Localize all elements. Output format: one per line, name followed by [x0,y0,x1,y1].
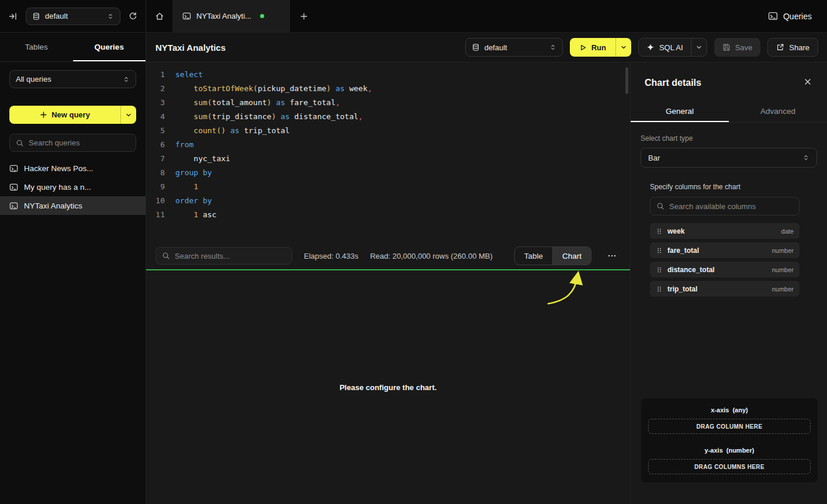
tab-advanced[interactable]: Advanced [729,100,827,122]
sidebar: Tables Queries All queries New query Hac… [0,33,146,504]
editor-line[interactable]: 5 count() as trip_total [152,124,630,138]
search-results-input[interactable] [175,252,286,260]
refresh-icon[interactable] [129,12,137,20]
save-icon [722,43,731,51]
search-results-box [155,247,292,265]
code-text: from [175,138,193,152]
editor-scrollbar[interactable] [625,67,628,94]
run-options-button[interactable] [616,38,631,57]
plus-icon [300,12,308,20]
tab-nytaxi-analytics[interactable]: NYTaxi Analyti... [173,0,290,32]
chart-column-item[interactable]: trip_totalnumber [650,281,800,297]
editor-line[interactable]: 6from [152,138,630,152]
line-number: 9 [152,180,165,194]
home-tab[interactable] [146,0,173,32]
drag-handle-icon[interactable] [656,247,663,254]
topbar-left-section: default [0,0,146,32]
new-query-button[interactable]: New query [9,106,120,124]
chevron-updown-icon [123,76,130,83]
query-list-item[interactable]: My query has a n... [0,178,146,196]
share-icon [776,43,784,51]
collapse-sidebar-icon[interactable] [8,12,18,21]
chart-type-dropdown[interactable]: Bar [641,148,817,168]
query-file-icon [182,12,191,20]
run-button[interactable]: Run [570,38,615,57]
code-text: nyc_taxi [175,152,230,166]
code-text: 1 [175,180,198,194]
sql-ai-options-button[interactable] [691,39,707,56]
table-view-button[interactable]: Table [515,247,552,265]
queries-icon [768,11,778,21]
search-columns-input[interactable] [669,202,793,211]
editor-lines: 1select2 toStartOfWeek(pickup_datetime) … [152,68,630,222]
drag-handle-icon[interactable] [656,286,663,293]
new-query-dropdown-button[interactable] [121,106,136,124]
query-file-icon [9,183,18,192]
new-query-split-button: New query [9,106,136,124]
chevron-down-icon [620,44,627,51]
code-text: toStartOfWeek(pickup_datetime) as week, [175,82,372,96]
chart-panel-body: Select chart type Bar Specify columns fo… [631,134,827,297]
more-options-button[interactable] [603,247,621,265]
editor-line[interactable]: 3 sum(total_amount) as fare_total, [152,96,630,110]
code-text: 1 asc [175,208,216,222]
chart-column-item[interactable]: weekdate [650,223,800,239]
editor-line[interactable]: 1select [152,68,630,82]
home-icon [155,12,164,21]
query-list-item[interactable]: Hacker News Pos... [0,159,146,178]
code-text: select [175,68,203,82]
drag-handle-icon[interactable] [656,266,663,273]
topbar-database-value: default [45,12,68,20]
sidebar-tab-queries[interactable]: Queries [73,33,146,61]
editor-line[interactable]: 11 1 asc [152,208,630,222]
save-button[interactable]: Save [714,38,761,57]
search-queries-input[interactable] [29,138,130,147]
queries-button[interactable]: Queries [768,11,812,21]
tab-general[interactable]: General [631,100,729,122]
editor-line[interactable]: 9 1 [152,180,630,194]
x-axis-dropzone[interactable]: DRAG COLUMN HERE [648,419,811,434]
tab-strip: NYTaxi Analyti... [146,0,318,32]
share-button[interactable]: Share [767,38,818,57]
editor-line[interactable]: 7 nyc_taxi [152,152,630,166]
sidebar-tabs: Tables Queries [0,33,146,62]
header-database-selector[interactable]: default [465,38,563,57]
chart-type-value: Bar [648,154,660,162]
editor-line[interactable]: 10order by [152,194,630,208]
close-panel-button[interactable] [804,78,812,86]
sidebar-tab-tables[interactable]: Tables [0,33,73,61]
query-filter-dropdown[interactable]: All queries [9,70,136,88]
x-axis-label: x-axis [711,406,729,413]
code-text: sum(trip_distance) as distance_total, [175,110,363,124]
query-list-item[interactable]: NYTaxi Analytics [0,196,146,215]
sidebar-content: All queries New query Hacker News Pos...… [0,62,146,215]
results-area: Please configure the chart. [146,270,630,504]
column-name: distance_total [667,266,715,274]
topbar-database-selector[interactable]: default [26,8,120,25]
editor-line[interactable]: 8group by [152,166,630,180]
chart-column-item[interactable]: distance_totalnumber [650,262,800,277]
y-axis-dropzone[interactable]: DRAG COLUMNS HERE [648,459,811,474]
column-type: number [772,286,794,293]
columns-section-label: Specify columns for the chart [650,183,800,191]
line-number: 1 [152,68,165,82]
chevron-updown-icon [107,13,114,20]
line-number: 2 [152,82,165,96]
editor-line[interactable]: 4 sum(trip_distance) as distance_total, [152,110,630,124]
chart-column-item[interactable]: fare_totalnumber [650,242,800,258]
sql-ai-button[interactable]: SQL AI [639,39,691,56]
sql-editor[interactable]: 1select2 toStartOfWeek(pickup_datetime) … [146,62,630,242]
search-icon [656,202,665,210]
save-button-label: Save [735,43,753,52]
line-number: 5 [152,124,165,138]
code-text: group by [175,166,212,180]
new-tab-button[interactable] [290,0,318,32]
drag-handle-icon[interactable] [656,228,663,235]
editor-line[interactable]: 2 toStartOfWeek(pickup_datetime) as week… [152,82,630,96]
column-type: number [772,266,794,273]
chevron-down-icon [125,112,132,119]
code-text: sum(total_amount) as fare_total, [175,96,340,110]
chart-view-button[interactable]: Chart [552,247,591,265]
work-area: 1select2 toStartOfWeek(pickup_datetime) … [146,62,630,504]
column-type: date [781,228,794,235]
